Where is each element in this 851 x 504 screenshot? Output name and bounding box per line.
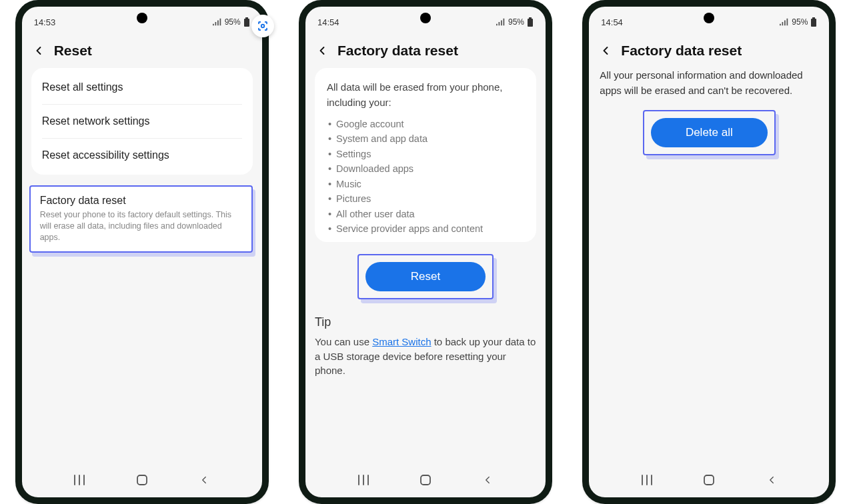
list-item: Pictures — [336, 191, 527, 206]
battery-icon — [527, 17, 534, 27]
signal-icon — [496, 18, 506, 26]
svg-rect-8 — [529, 17, 532, 19]
list-item: Google account — [336, 117, 527, 131]
home-button[interactable] — [412, 473, 439, 487]
reset-network-settings-item[interactable]: Reset network settings — [42, 105, 242, 139]
reset-all-settings-item[interactable]: Reset all settings — [42, 71, 242, 105]
back-button[interactable] — [474, 474, 501, 486]
list-item: Music — [336, 177, 527, 191]
page-title: Factory data reset — [621, 43, 742, 59]
page-title: Reset — [54, 43, 92, 59]
recents-button[interactable] — [66, 474, 93, 486]
home-button[interactable] — [696, 473, 722, 487]
svg-rect-6 — [137, 475, 147, 485]
reset-button[interactable]: Reset — [365, 262, 486, 291]
svg-rect-7 — [528, 19, 533, 27]
page-header: Factory data reset — [305, 33, 546, 68]
camera-notch — [420, 13, 431, 23]
list-item: System and app data — [336, 131, 527, 146]
factory-data-reset-item[interactable]: Factory data reset Reset your phone to i… — [29, 185, 253, 253]
svg-rect-1 — [244, 19, 249, 27]
svg-rect-2 — [245, 17, 248, 19]
status-time: 14:54 — [601, 17, 623, 27]
list-item: Service provider apps and content — [336, 221, 527, 236]
battery-text: 95% — [225, 17, 241, 27]
reset-accessibility-settings-item[interactable]: Reset accessibility settings — [42, 139, 242, 172]
list-item: All other user data — [336, 207, 527, 221]
svg-rect-18 — [704, 475, 714, 485]
reset-button-highlight: Reset — [357, 254, 494, 299]
delete-all-button-highlight: Delete all — [643, 110, 776, 155]
tip-text-pre: You can use — [315, 336, 372, 347]
navigation-bar — [305, 468, 546, 492]
recents-button[interactable] — [634, 474, 660, 486]
erase-warning-text: All your personal information and downlo… — [598, 68, 820, 110]
back-icon[interactable] — [315, 44, 329, 57]
list-item: Settings — [336, 147, 527, 161]
svg-rect-13 — [811, 19, 816, 27]
page-header: Factory data reset — [589, 33, 829, 68]
list-item: Downloaded apps — [336, 161, 527, 176]
tip-heading: Tip — [315, 315, 536, 329]
home-button[interactable] — [129, 473, 155, 487]
back-icon[interactable] — [31, 44, 46, 57]
page-header: Reset — [22, 33, 262, 68]
battery-icon — [243, 17, 250, 27]
phone-mockup-2: 14:54 95% Factory data reset All data wi… — [299, 0, 552, 504]
erase-bullet-list: Google account System and app data Setti… — [324, 117, 527, 237]
phone-mockup-1: 14:53 95% Reset Reset all settings Reset… — [15, 0, 269, 504]
navigation-bar — [22, 468, 262, 492]
battery-text: 95% — [508, 17, 524, 27]
signal-icon — [780, 18, 789, 26]
status-time: 14:53 — [34, 17, 56, 27]
svg-rect-12 — [421, 475, 430, 485]
camera-notch — [137, 13, 147, 23]
delete-all-button[interactable]: Delete all — [651, 118, 768, 147]
smart-switch-link[interactable]: Smart Switch — [372, 336, 431, 347]
back-button[interactable] — [191, 474, 217, 486]
battery-text: 95% — [792, 17, 808, 27]
navigation-bar — [589, 468, 829, 492]
svg-point-0 — [261, 25, 264, 28]
factory-reset-title: Factory data reset — [40, 195, 242, 207]
phone-mockup-3: 14:54 95% Factory data reset All your pe… — [582, 0, 836, 504]
status-time: 14:54 — [317, 17, 339, 27]
camera-notch — [704, 13, 714, 23]
reset-options-card: Reset all settings Reset network setting… — [31, 68, 253, 175]
erase-intro-text: All data will be erased from your phone,… — [324, 76, 527, 117]
back-icon[interactable] — [598, 44, 613, 57]
factory-reset-subtitle: Reset your phone to its factory default … — [40, 209, 242, 243]
back-button[interactable] — [758, 474, 785, 486]
signal-icon — [213, 18, 222, 26]
svg-rect-14 — [812, 17, 815, 19]
recents-button[interactable] — [350, 474, 377, 486]
tip-text: You can use Smart Switch to back up your… — [315, 335, 536, 378]
page-title: Factory data reset — [337, 43, 458, 59]
scan-badge-icon — [251, 15, 274, 37]
battery-icon — [810, 17, 817, 27]
